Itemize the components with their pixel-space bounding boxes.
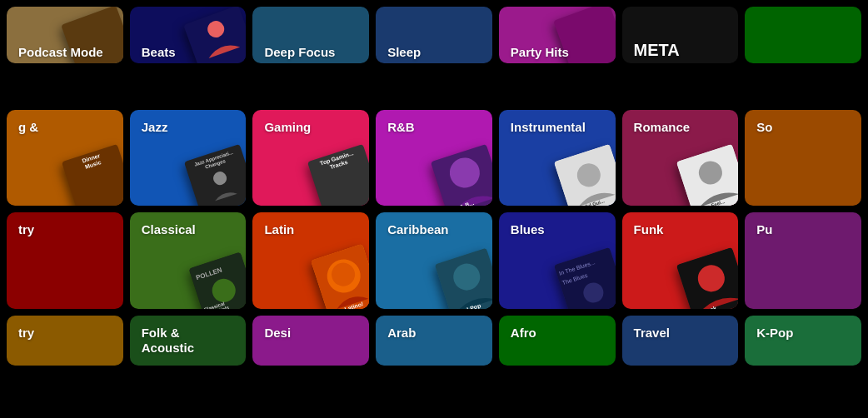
card-label: try: [18, 326, 34, 341]
card-label: Instrumental: [511, 120, 586, 135]
card-party[interactable]: Party Hits: [499, 7, 616, 63]
card-label: Gaming: [264, 120, 311, 135]
card-label: Romance: [634, 120, 691, 135]
card-label: Funk: [634, 222, 664, 237]
card-classical[interactable]: Classical POLLEN ClassicalEssentials: [130, 212, 247, 309]
card-rnb[interactable]: R&B are & B...: [376, 110, 492, 207]
card-label: Sleep: [387, 45, 421, 60]
card-label: Podcast Mode: [18, 45, 103, 60]
card-label: Classical: [142, 222, 196, 237]
card-latin[interactable]: Latin ¡Viva Latino!: [252, 212, 369, 309]
card-focus[interactable]: Deep Focus: [252, 7, 369, 63]
card-jazz[interactable]: Jazz Jazz Appreciati...Changes: [130, 110, 247, 207]
card-label: Caribbean: [387, 222, 448, 237]
card-label: Travel: [634, 326, 670, 341]
card-arab[interactable]: Arab: [376, 316, 492, 366]
card-gaming[interactable]: Gaming Top Gamin...Tracks: [252, 110, 369, 207]
card-label: Deep Focus: [264, 45, 335, 60]
card-beats[interactable]: Beats: [130, 7, 247, 63]
card-label: Afro: [511, 326, 536, 341]
card-so[interactable]: So: [745, 110, 861, 207]
card-desi[interactable]: Desi: [252, 316, 369, 366]
card-dinner[interactable]: g & DinnerMusic: [7, 110, 123, 207]
card-podcast[interactable]: Podcast Mode: [7, 7, 123, 63]
card-sleep[interactable]: Sleep: [376, 7, 492, 63]
card-label: Blues: [511, 222, 545, 237]
card-label: Pu: [756, 222, 772, 237]
card-label: META: [634, 40, 680, 60]
card-label: K-Pop: [756, 326, 793, 341]
card-afro[interactable]: Afro: [499, 316, 616, 366]
card-caribbean[interactable]: Caribbean Island Pop: [376, 212, 492, 309]
card-label: Jazz: [142, 120, 168, 135]
card-label: Desi: [264, 326, 291, 341]
svg-point-0: [206, 18, 227, 40]
card-right1[interactable]: [745, 7, 861, 63]
card-label: g &: [18, 120, 38, 135]
card-funk[interactable]: Funk Nu Funk: [622, 212, 739, 309]
card-meta[interactable]: META: [622, 7, 739, 63]
card-label: try: [18, 222, 34, 237]
card-label-folk: Folk &Acoustic: [142, 326, 194, 356]
card-blues[interactable]: Blues In The Blues...The Blues: [499, 212, 616, 309]
card-label: Arab: [387, 326, 416, 341]
card-travel[interactable]: Travel: [622, 316, 739, 366]
card-label: So: [756, 120, 772, 135]
card-kpop[interactable]: K-Pop: [745, 316, 861, 366]
svg-point-2: [446, 154, 483, 192]
svg-point-1: [212, 170, 228, 187]
card-label: Party Hits: [511, 45, 569, 60]
card-instrumental[interactable]: Instrumental Peaceful Gui...: [499, 110, 616, 207]
card-try2[interactable]: try: [7, 316, 123, 366]
genre-grid: Podcast Mode Beats Deep Focus Sleep Part…: [0, 0, 868, 418]
card-romance[interactable]: Romance All The Feel...: [622, 110, 739, 207]
card-label: Beats: [142, 45, 176, 60]
card-folk[interactable]: Folk &Acoustic: [130, 316, 247, 366]
card-label: R&B: [387, 120, 415, 135]
card-country[interactable]: try: [7, 212, 123, 309]
card-pu[interactable]: Pu: [745, 212, 861, 309]
card-label: Latin: [264, 222, 294, 237]
